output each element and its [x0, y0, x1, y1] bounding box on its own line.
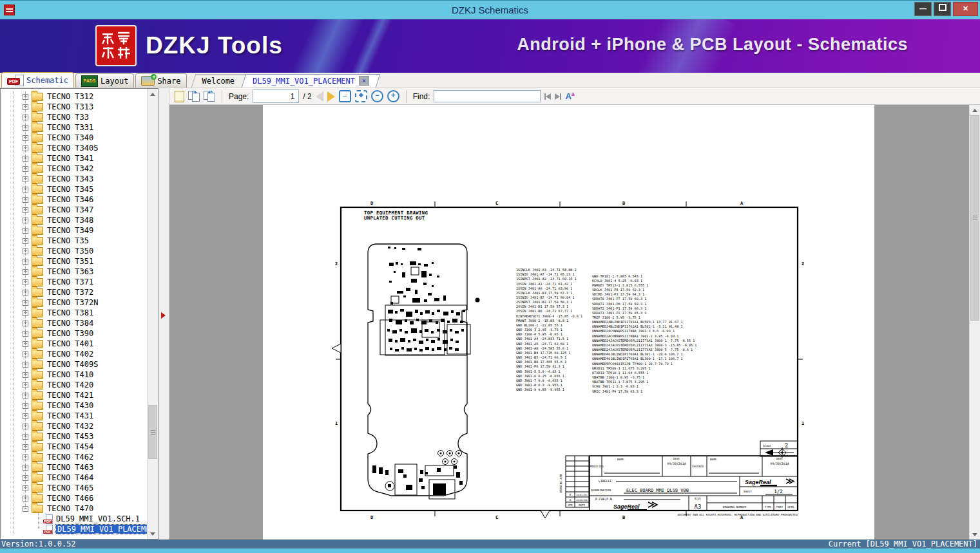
tree-item-document[interactable]: PDFDL59_MMI_VO1.SCH.1	[1, 514, 147, 524]
close-button[interactable]: ✕	[953, 2, 978, 16]
tree-item-folder[interactable]: +TECNO T340	[1, 133, 147, 143]
match-case-icon[interactable]: Aa	[565, 91, 574, 101]
tree-scrollbar-thumb[interactable]	[148, 405, 157, 459]
svg-text:GND J401-B4 17.715 69.125 1: GND J401-B4 17.715 69.125 1	[516, 351, 570, 355]
tree-item-folder[interactable]: +TECNO T347	[1, 205, 147, 215]
tree-item-folder[interactable]: +TECNO T349	[1, 225, 147, 236]
folder-icon	[32, 268, 43, 276]
size-label: SIZE	[695, 497, 702, 500]
component-shapes	[372, 247, 480, 499]
fit-width-icon[interactable]: ↔	[339, 90, 351, 102]
scroll-down-icon[interactable]	[148, 529, 158, 539]
tree-item-folder[interactable]: +TECNO T33	[1, 112, 147, 122]
tree-item-folder[interactable]: +TECNO T345	[1, 184, 147, 194]
viewer-scrollbar[interactable]	[969, 105, 980, 539]
zoom-in-icon[interactable]: +	[387, 90, 399, 102]
tree-item-label: TECNO T402	[47, 350, 93, 359]
facing-pages-icon[interactable]: ↷	[188, 91, 200, 102]
svg-text:2SINRST J401-B2 17.59 58.3 1: 2SINRST J401-B2 17.59 58.3 1	[516, 300, 572, 304]
svg-text:GND J401-A4 -24.835 71.5 1: GND J401-A4 -24.835 71.5 1	[516, 337, 568, 341]
fit-page-icon[interactable]: ✥	[355, 90, 367, 102]
scroll-up-icon[interactable]	[148, 89, 158, 99]
svg-text:UNNAMED401BLIND1P1765A1 BL300-: UNNAMED401BLIND1P1765A1 BL300-1 -17.1 10…	[592, 357, 683, 361]
tree-item-folder[interactable]: +TECNO T464	[1, 473, 147, 483]
svg-text:GND J901-8 0.3 -9.955 1: GND J901-8 0.3 -9.955 1	[516, 383, 562, 387]
svg-text:SDDAT2 J401-P1 17.59 66.3 1: SDDAT2 J401-P1 17.59 66.3 1	[592, 306, 646, 310]
tree-scrollbar[interactable]	[147, 89, 158, 539]
tree-item-folder[interactable]: +TECNO T420	[1, 380, 147, 390]
tree-item-folder[interactable]: +TECNO T401	[1, 339, 147, 349]
page-number-input[interactable]	[253, 89, 299, 103]
tree-item-folder[interactable]: +TECNO T462	[1, 452, 147, 462]
scroll-up-icon[interactable]	[970, 105, 980, 115]
tree-item-folder[interactable]: +TECNO T343	[1, 174, 147, 184]
tab-bar: PDF Schematic PADS Layout + Share Welcom…	[0, 73, 980, 88]
tree-item-folder[interactable]: +TECNO T421	[1, 390, 147, 400]
doc-tab-placement[interactable]: DL59_MMI_VO1_PLACEMENT ✕	[244, 74, 378, 88]
zoom-out-icon[interactable]: −	[371, 90, 383, 102]
find-previous-icon[interactable]	[544, 93, 551, 100]
maximize-button[interactable]	[934, 2, 951, 16]
previous-page-icon[interactable]	[316, 91, 323, 102]
tree-item-folder[interactable]: +TECNO T410	[1, 370, 147, 380]
tree-item-folder[interactable]: +TECNO T351	[1, 256, 147, 267]
tree-item-folder[interactable]: +TECNO T430	[1, 400, 147, 411]
tree-item-label: TECNO T470	[47, 504, 93, 513]
tree-item-folder[interactable]: −TECNO T470	[1, 503, 147, 514]
tree-item-folder[interactable]: +TECNO T463	[1, 462, 147, 473]
doc-tab-close-icon[interactable]: ✕	[359, 76, 369, 86]
tab-schematic[interactable]: PDF Schematic	[1, 72, 74, 88]
banner: DZKJ Tools Android + iPhone & PCB Layout…	[0, 19, 980, 73]
tree-item-document[interactable]: PDFDL59_MMI_VO1_PLACEMENT	[1, 524, 147, 534]
svg-text:20/09/200: 20/09/200	[576, 499, 587, 501]
scroll-down-icon[interactable]	[970, 529, 980, 539]
find-input[interactable]	[434, 90, 541, 102]
tree-item-folder[interactable]: +TECNO T454	[1, 442, 147, 452]
splitter-collapse-icon[interactable]	[161, 312, 166, 319]
tree-item-folder[interactable]: +TECNO T431	[1, 411, 147, 421]
tree-item-folder[interactable]: +TECNO T390	[1, 328, 147, 339]
tree-item-folder[interactable]: +TECNO T409S	[1, 359, 147, 370]
tree-item-folder[interactable]: +TECNO T341	[1, 153, 147, 164]
tree-item-folder[interactable]: +TECNO T381	[1, 308, 147, 318]
tree-item-folder[interactable]: +TECNO T402	[1, 349, 147, 359]
tree-item-folder[interactable]: +TECNO T372	[1, 287, 147, 297]
tree-item-folder[interactable]: +TECNO T432	[1, 421, 147, 431]
svg-text:VBATBB J100-1 8.95 -3.75 1: VBATBB J100-1 8.95 -3.75 1	[592, 375, 644, 379]
find-next-icon[interactable]	[555, 93, 561, 100]
tree-item-folder[interactable]: +TECNO T346	[1, 194, 147, 205]
viewer-scrollbar-thumb[interactable]	[970, 115, 979, 321]
schematic-tree-panel: +TECNO T312+TECNO T313+TECNO T33+TECNO T…	[0, 88, 159, 539]
tree-item-folder[interactable]: +TECNO T371	[1, 277, 147, 287]
tree-item-folder[interactable]: +TECNO T384	[1, 318, 147, 328]
tree-item-folder[interactable]: +TECNO T35	[1, 236, 147, 246]
svg-text:FMANT J900-2 -15.85 -8.8 1: FMANT J900-2 -15.85 -8.8 1	[516, 319, 568, 323]
panel-splitter[interactable]	[159, 88, 169, 539]
next-page-icon[interactable]	[327, 91, 335, 102]
folder-icon	[32, 330, 43, 338]
folder-icon	[32, 443, 43, 451]
folder-icon	[32, 124, 43, 132]
single-page-icon[interactable]	[175, 91, 184, 102]
tree-item-folder[interactable]: +TECNO T312	[1, 91, 147, 102]
doc-tab-welcome[interactable]: Welcome	[193, 74, 244, 88]
tree-item-folder[interactable]: +TECNO T372N	[1, 297, 147, 308]
tree-item-folder[interactable]: +TECNO T340S	[1, 143, 147, 153]
tree-item-folder[interactable]: +TECNO T465	[1, 483, 147, 493]
modified-label: MODIFIED	[590, 465, 604, 468]
pdf-file-icon: PDF	[43, 525, 53, 534]
tree-item-folder[interactable]: +TECNO T363	[1, 267, 147, 277]
tree-item-folder[interactable]: +TECNO T466	[1, 493, 147, 503]
tree-item-folder[interactable]: +TECNO T331	[1, 122, 147, 133]
tree-item-folder[interactable]: +TECNO T350	[1, 246, 147, 256]
tree-item-folder[interactable]: +TECNO T313	[1, 102, 147, 112]
tab-share[interactable]: + Share	[135, 73, 186, 88]
svg-text:2: 2	[335, 261, 338, 267]
tab-layout[interactable]: PADS Layout	[75, 73, 134, 88]
minimize-button[interactable]: —	[914, 2, 932, 16]
tree-item-folder[interactable]: +TECNO T348	[1, 215, 147, 225]
tree-item-folder[interactable]: +TECNO T342	[1, 164, 147, 174]
continuous-pages-icon[interactable]: ↶	[204, 91, 215, 102]
svg-text:UNNAMED401BLIND1P1760A1 BL301-: UNNAMED401BLIND1P1760A1 BL301-1 -20.6 10…	[592, 352, 683, 356]
tree-item-folder[interactable]: +TECNO T453	[1, 431, 147, 442]
